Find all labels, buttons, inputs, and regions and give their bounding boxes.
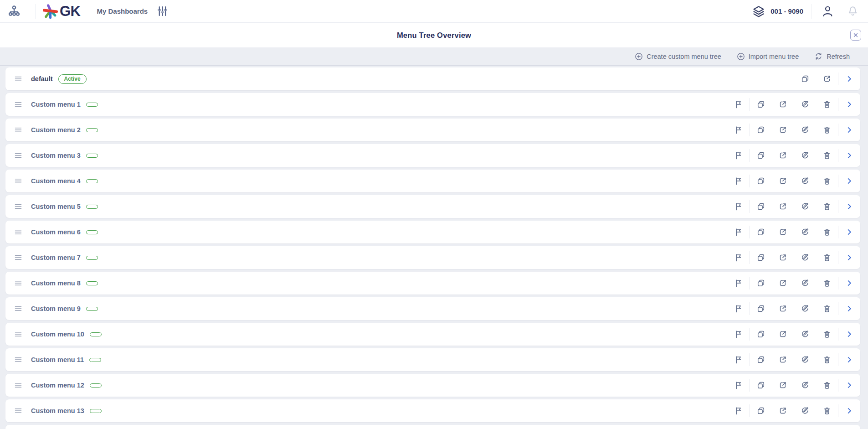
flag-button[interactable] [728,297,750,320]
expand-row-button[interactable] [838,119,860,141]
expand-row-button[interactable] [838,399,860,422]
edit-button[interactable] [794,399,816,422]
delete-button[interactable] [816,195,838,218]
drag-handle[interactable] [13,380,24,391]
import-menu-tree-button[interactable]: Import menu tree [737,52,799,61]
open-button[interactable] [816,67,838,90]
refresh-button[interactable]: Refresh [814,52,850,61]
edit-button[interactable] [794,323,816,346]
open-button[interactable] [772,119,794,141]
flag-button[interactable] [728,374,750,397]
flag-button[interactable] [728,195,750,218]
delete-button[interactable] [816,297,838,320]
duplicate-button[interactable] [750,170,772,192]
expand-row-button[interactable] [838,221,860,243]
duplicate-button[interactable] [750,93,772,116]
expand-row-button[interactable] [838,374,860,397]
close-button[interactable] [850,30,861,41]
duplicate-button[interactable] [750,144,772,167]
open-button[interactable] [772,195,794,218]
drag-handle[interactable] [13,303,24,314]
delete-button[interactable] [816,221,838,243]
open-button[interactable] [772,323,794,346]
open-button[interactable] [772,297,794,320]
duplicate-button[interactable] [750,195,772,218]
delete-button[interactable] [816,348,838,371]
open-button[interactable] [772,399,794,422]
notifications-button[interactable] [846,5,859,18]
store-selector[interactable]: 001 - 9090 [752,5,803,18]
edit-button[interactable] [794,195,816,218]
edit-button[interactable] [794,297,816,320]
expand-row-button[interactable] [838,246,860,269]
open-button[interactable] [772,272,794,295]
expand-row-button[interactable] [838,67,860,90]
open-button[interactable] [772,374,794,397]
expand-row-button[interactable] [838,323,860,346]
expand-row-button[interactable] [838,195,860,218]
duplicate-button[interactable] [750,399,772,422]
create-custom-menu-tree-button[interactable]: Create custom menu tree [635,52,721,61]
delete-button[interactable] [816,374,838,397]
open-button[interactable] [772,144,794,167]
duplicate-button[interactable] [750,119,772,141]
flag-button[interactable] [728,399,750,422]
duplicate-button[interactable] [750,246,772,269]
my-dashboards-link[interactable]: My Dashboards [97,7,148,15]
open-button[interactable] [772,246,794,269]
delete-button[interactable] [816,170,838,192]
drag-handle[interactable] [13,405,24,416]
flag-button[interactable] [728,221,750,243]
delete-button[interactable] [816,323,838,346]
open-button[interactable] [772,348,794,371]
flag-button[interactable] [728,348,750,371]
gk-logo[interactable]: GK [43,3,81,20]
edit-button[interactable] [794,221,816,243]
drag-handle[interactable] [13,354,24,365]
drag-handle[interactable] [13,278,24,289]
drag-handle[interactable] [13,252,24,263]
expand-row-button[interactable] [838,170,860,192]
expand-row-button[interactable] [838,348,860,371]
delete-button[interactable] [816,93,838,116]
drag-handle[interactable] [13,201,24,212]
expand-row-button[interactable] [838,272,860,295]
edit-button[interactable] [794,272,816,295]
drag-handle[interactable] [13,99,24,110]
edit-button[interactable] [794,144,816,167]
flag-button[interactable] [728,272,750,295]
expand-row-button[interactable] [838,93,860,116]
duplicate-button[interactable] [750,297,772,320]
flag-button[interactable] [728,119,750,141]
menu-tree-nav-button[interactable] [6,4,22,19]
flag-button[interactable] [728,170,750,192]
duplicate-button[interactable] [794,67,816,90]
user-account-button[interactable] [821,5,834,18]
open-button[interactable] [772,170,794,192]
duplicate-button[interactable] [750,272,772,295]
edit-button[interactable] [794,348,816,371]
edit-button[interactable] [794,119,816,141]
delete-button[interactable] [816,119,838,141]
drag-handle[interactable] [13,73,24,84]
open-button[interactable] [772,221,794,243]
dashboard-filter-button[interactable] [155,5,169,18]
flag-button[interactable] [728,144,750,167]
flag-button[interactable] [728,246,750,269]
edit-button[interactable] [794,170,816,192]
edit-button[interactable] [794,374,816,397]
delete-button[interactable] [816,272,838,295]
delete-button[interactable] [816,399,838,422]
duplicate-button[interactable] [750,348,772,371]
flag-button[interactable] [728,93,750,116]
drag-handle[interactable] [13,176,24,186]
edit-button[interactable] [794,246,816,269]
open-button[interactable] [772,93,794,116]
delete-button[interactable] [816,246,838,269]
expand-row-button[interactable] [838,144,860,167]
drag-handle[interactable] [13,124,24,135]
delete-button[interactable] [816,144,838,167]
drag-handle[interactable] [13,329,24,340]
drag-handle[interactable] [13,150,24,161]
duplicate-button[interactable] [750,221,772,243]
